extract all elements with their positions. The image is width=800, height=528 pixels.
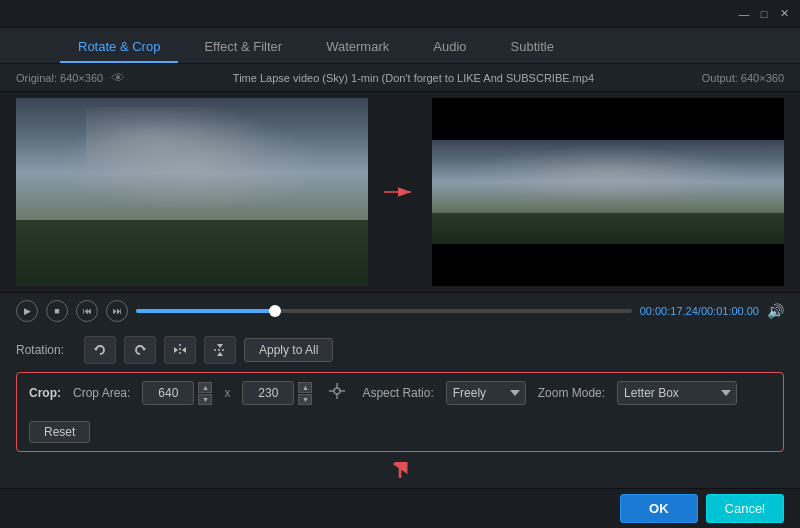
arrow-indicator: [0, 458, 800, 484]
svg-marker-5: [174, 347, 178, 353]
time-display: 00:00:17.24/00:01:00.00: [640, 305, 759, 317]
crop-width-down[interactable]: ▼: [198, 394, 212, 405]
info-bar: Original: 640×360 👁 Time Lapse video (Sk…: [0, 64, 800, 92]
crop-width-input[interactable]: 640: [142, 381, 194, 405]
zoom-mode-label: Zoom Mode:: [538, 386, 605, 400]
zoom-mode-select[interactable]: Letter Box Pan & Scan Full: [617, 381, 737, 405]
preview-original: [16, 98, 368, 286]
tabs-bar: Rotate & Crop Effect & Filter Watermark …: [0, 28, 800, 64]
crop-width-up[interactable]: ▲: [198, 382, 212, 393]
reset-button[interactable]: Reset: [29, 421, 90, 443]
crop-height-down[interactable]: ▼: [298, 394, 312, 405]
apply-to-all-button[interactable]: Apply to All: [244, 338, 333, 362]
x-separator: x: [224, 386, 230, 400]
tab-audio[interactable]: Audio: [415, 32, 484, 63]
next-frame-button[interactable]: ⏭: [106, 300, 128, 322]
crop-width-group: 640 ▲ ▼: [142, 381, 212, 405]
play-button[interactable]: ▶: [16, 300, 38, 322]
crop-height-input[interactable]: 230: [242, 381, 294, 405]
aspect-ratio-label: Aspect Ratio:: [362, 386, 433, 400]
bottom-bar: OK Cancel: [0, 488, 800, 528]
stop-button[interactable]: ■: [46, 300, 68, 322]
playback-bar: ▶ ■ ⏮ ⏭ 00:00:17.24/00:01:00.00 🔊: [0, 292, 800, 328]
prev-frame-button[interactable]: ⏮: [76, 300, 98, 322]
rotate-right-button[interactable]: [124, 336, 156, 364]
tab-subtitle[interactable]: Subtitle: [493, 32, 572, 63]
svg-marker-8: [217, 344, 223, 348]
eye-icon[interactable]: 👁: [111, 70, 125, 86]
crop-section: Crop: Crop Area: 640 ▲ ▼ x 230 ▲ ▼: [16, 372, 784, 452]
close-button[interactable]: ✕: [776, 6, 792, 22]
tab-effect-filter[interactable]: Effect & Filter: [186, 32, 300, 63]
svg-marker-9: [217, 352, 223, 356]
rotation-row: Rotation: Apply to All: [16, 336, 784, 364]
video-area: [0, 92, 800, 292]
svg-marker-2: [94, 348, 98, 351]
file-name: Time Lapse video (Sky) 1-min (Don't forg…: [125, 72, 702, 84]
svg-marker-6: [182, 347, 186, 353]
crop-height-up[interactable]: ▲: [298, 382, 312, 393]
svg-marker-3: [142, 348, 146, 351]
flip-horizontal-button[interactable]: [164, 336, 196, 364]
volume-icon[interactable]: 🔊: [767, 303, 784, 319]
seek-thumb[interactable]: [269, 305, 281, 317]
seek-bar[interactable]: [136, 309, 632, 313]
preview-output: [432, 98, 784, 286]
rotate-left-button[interactable]: [84, 336, 116, 364]
tab-watermark[interactable]: Watermark: [308, 32, 407, 63]
maximize-button[interactable]: □: [756, 6, 772, 22]
cancel-button[interactable]: Cancel: [706, 494, 784, 523]
preview-arrow: [384, 182, 416, 202]
flip-vertical-button[interactable]: [204, 336, 236, 364]
ok-button[interactable]: OK: [620, 494, 698, 523]
seek-progress: [136, 309, 275, 313]
crop-center-icon[interactable]: [328, 382, 346, 404]
output-info: Output: 640×360: [702, 72, 784, 84]
tab-rotate-crop[interactable]: Rotate & Crop: [60, 32, 178, 63]
aspect-ratio-select[interactable]: Freely 16:9 4:3 1:1: [446, 381, 526, 405]
controls-section: Rotation: Apply to All Cro: [0, 328, 800, 458]
crop-width-spinners: ▲ ▼: [198, 382, 212, 405]
title-bar: — □ ✕: [0, 0, 800, 28]
crop-label: Crop:: [29, 386, 61, 400]
original-info: Original: 640×360: [16, 72, 103, 84]
crop-area-label: Crop Area:: [73, 386, 130, 400]
minimize-button[interactable]: —: [736, 6, 752, 22]
crop-height-group: 230 ▲ ▼: [242, 381, 312, 405]
crop-height-spinners: ▲ ▼: [298, 382, 312, 405]
rotation-label: Rotation:: [16, 343, 76, 357]
